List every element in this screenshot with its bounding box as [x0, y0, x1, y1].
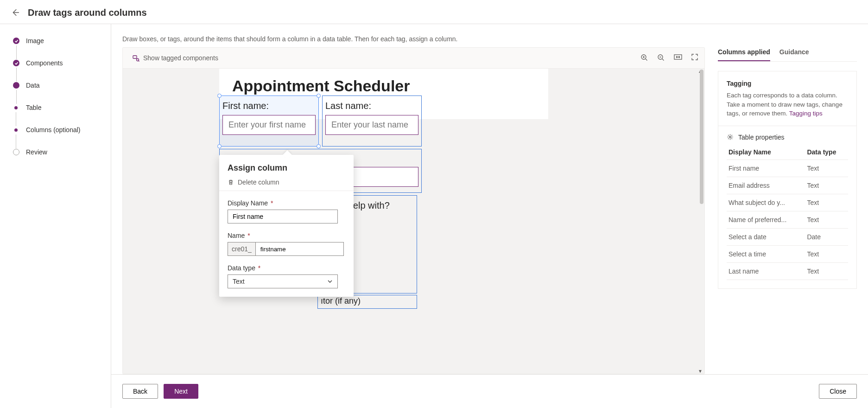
table-row[interactable]: Name of preferred...Text: [727, 211, 848, 228]
check-icon: [13, 38, 19, 44]
check-icon: [13, 60, 19, 66]
field-label: First name:: [222, 101, 316, 111]
scrollbar[interactable]: ▲ ▼: [697, 69, 703, 374]
zoom-out-icon[interactable]: [657, 54, 665, 63]
fullscreen-icon[interactable]: [691, 54, 698, 63]
name-label: Name *: [228, 232, 345, 239]
instructions-text: Draw boxes, or tags, around the items th…: [111, 24, 868, 47]
tab-columns-applied[interactable]: Columns applied: [718, 48, 770, 61]
step-components[interactable]: Components: [26, 59, 63, 67]
tag-bottom[interactable]: ıtor (if any): [317, 295, 417, 309]
doc-title: Appointment Scheduler: [232, 77, 535, 95]
display-name-input[interactable]: [228, 210, 338, 223]
table-row[interactable]: Email addressText: [727, 177, 848, 194]
popup-title: Assign column: [228, 163, 345, 173]
field-label: ıtor (if any): [321, 296, 414, 306]
scroll-thumb[interactable]: [700, 70, 703, 204]
th-type: Data type: [805, 145, 848, 160]
step-image[interactable]: Image: [26, 37, 44, 45]
next-button[interactable]: Next: [164, 384, 198, 399]
step-table[interactable]: Table: [26, 104, 41, 111]
close-button[interactable]: Close: [819, 384, 857, 399]
name-input[interactable]: [255, 242, 344, 256]
right-panel: Columns applied Guidance Tagging Each ta…: [718, 47, 857, 374]
svg-point-1: [137, 59, 139, 61]
canvas: Show tagged components Appointment Sched…: [122, 47, 705, 374]
resize-handle-icon[interactable]: [317, 144, 321, 148]
assign-column-popup: Assign column Delete column Display Name…: [219, 155, 354, 297]
table-row[interactable]: Last nameText: [727, 262, 848, 280]
svg-rect-0: [133, 56, 137, 58]
table-row[interactable]: Select a timeText: [727, 245, 848, 262]
svg-point-5: [729, 136, 731, 138]
step-dot-icon: [14, 106, 18, 109]
step-dot-icon: [13, 82, 19, 89]
gear-icon: [727, 134, 734, 140]
columns-table: Display Name Data type First nameText Em…: [727, 145, 848, 280]
chevron-down-icon: [327, 279, 333, 284]
data-type-select[interactable]: Text: [228, 274, 338, 288]
field-label: Last name:: [325, 101, 418, 111]
canvas-body[interactable]: Appointment Scheduler First name: Enter …: [123, 69, 704, 374]
data-type-label: Data type *: [228, 264, 345, 272]
resize-handle-icon[interactable]: [317, 94, 321, 98]
table-row[interactable]: What subject do y...Text: [727, 194, 848, 211]
tagging-text: Each tag corresponds to a data column. T…: [727, 91, 848, 118]
resize-handle-icon[interactable]: [217, 144, 222, 148]
table-row[interactable]: Select a dateDate: [727, 228, 848, 245]
display-name-label: Display Name *: [228, 199, 345, 207]
step-dot-icon: [13, 149, 19, 155]
field-input: Enter your last name: [325, 115, 418, 135]
tag-first-name[interactable]: First name: Enter your first name: [219, 96, 319, 147]
show-tagged-toggle[interactable]: Show tagged components: [129, 52, 221, 64]
back-button[interactable]: Back: [122, 384, 158, 399]
page-title: Draw tags around columns: [28, 7, 147, 18]
tagging-title: Tagging: [727, 80, 848, 87]
show-tagged-label: Show tagged components: [143, 54, 218, 62]
step-columns[interactable]: Columns (optional): [26, 126, 81, 134]
step-dot-icon: [14, 128, 18, 132]
trash-icon: [228, 179, 234, 185]
delete-column-button[interactable]: Delete column: [228, 178, 345, 186]
resize-handle-icon[interactable]: [217, 94, 222, 98]
step-review[interactable]: Review: [26, 148, 47, 156]
tag-icon: [132, 54, 139, 62]
step-data[interactable]: Data: [26, 82, 40, 89]
back-arrow-icon[interactable]: [11, 8, 20, 18]
table-row[interactable]: First nameText: [727, 159, 848, 177]
th-display: Display Name: [727, 145, 805, 160]
scroll-down-icon[interactable]: ▼: [698, 369, 703, 374]
table-properties-label: Table properties: [738, 134, 785, 141]
name-prefix: cre01_: [228, 242, 255, 256]
stepper: Image Components Data Table Columns (opt…: [0, 24, 111, 408]
fit-width-icon[interactable]: [674, 54, 682, 63]
tab-guidance[interactable]: Guidance: [779, 48, 809, 61]
zoom-in-icon[interactable]: [640, 54, 648, 63]
tagging-tips-link[interactable]: Tagging tips: [789, 110, 823, 117]
tag-last-name[interactable]: Last name: Enter your last name: [322, 96, 422, 147]
field-input: Enter your first name: [222, 115, 316, 135]
